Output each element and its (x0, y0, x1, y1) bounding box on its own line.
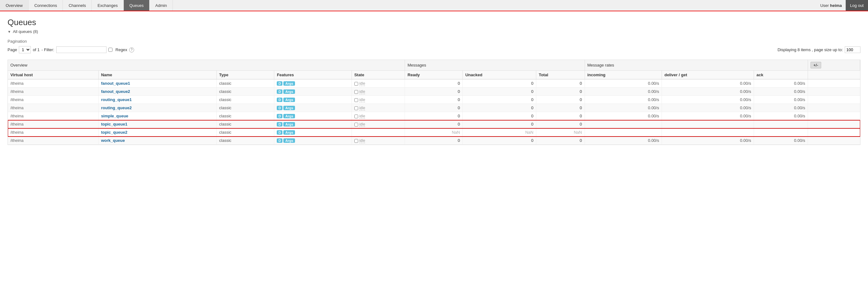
cell-total: 0 (536, 79, 585, 88)
cell-ack: 0.00/s (754, 96, 808, 104)
username: heima (830, 3, 842, 8)
feature-args-badge[interactable]: Args (283, 114, 295, 118)
filter-input[interactable] (56, 46, 106, 53)
cell-state: idle (351, 104, 405, 112)
table-row[interactable]: /itheimasimple_queueclassicDArgsidle0000… (8, 112, 860, 120)
state-checkbox[interactable] (354, 114, 358, 118)
nav-item-admin[interactable]: Admin (150, 0, 173, 11)
feature-d-badge: D (277, 98, 282, 102)
feature-args-badge[interactable]: Args (283, 106, 295, 110)
pagination-section: Pagination Page 1 of 1 - Filter: Regex ?… (7, 39, 861, 53)
cell-ready: NaN (405, 128, 463, 137)
cell-deliver-get: 0.00/s (661, 96, 754, 104)
page-select[interactable]: 1 (19, 46, 31, 53)
cell-ready: 0 (405, 96, 463, 104)
table-row[interactable]: /itheimarouting_queue1classicDArgsidle00… (8, 96, 860, 104)
cell-vhost: /itheima (8, 96, 98, 104)
cell-name[interactable]: fanout_queue1 (98, 79, 216, 88)
cell-type: classic (216, 137, 274, 145)
cell-state: idle (351, 120, 405, 128)
cell-extra (808, 96, 860, 104)
table-row[interactable]: /itheimatopic_queue2classicDArgsNaNNaNNa… (8, 128, 860, 137)
cell-name[interactable]: topic_queue2 (98, 128, 216, 137)
nav-item-exchanges[interactable]: Exchanges (92, 0, 123, 11)
cell-features: DArgs (274, 104, 351, 112)
plus-minus-button[interactable]: +/- (810, 62, 821, 68)
col-name: Name (98, 71, 216, 79)
table-row[interactable]: /itheimawork_queueclassicDArgsidle0000.0… (8, 137, 860, 145)
nav-item-overview[interactable]: Overview (0, 0, 29, 11)
state-label: idle (360, 81, 365, 86)
feature-args-badge[interactable]: Args (283, 122, 295, 127)
feature-args-badge[interactable]: Args (283, 81, 295, 86)
state-label: idle (360, 98, 365, 102)
regex-help-icon[interactable]: ? (129, 47, 134, 53)
cell-incoming: 0.00/s (585, 112, 661, 120)
table-row[interactable]: /itheimafanout_queue1classicDArgsidle000… (8, 79, 860, 88)
cell-unacked: 0 (463, 104, 536, 112)
col-ack: ack (754, 71, 808, 79)
col-extra (808, 71, 860, 79)
cell-features: DArgs (274, 79, 351, 88)
cell-vhost: /itheima (8, 128, 98, 137)
regex-checkbox[interactable] (108, 48, 113, 52)
cell-name[interactable]: topic_queue1 (98, 120, 216, 128)
nav-item-queues[interactable]: Queues (124, 0, 150, 11)
cell-type: classic (216, 79, 274, 88)
queues-table: Overview Messages Message rates +/- Virt… (8, 60, 860, 145)
logout-button[interactable]: Log out (846, 0, 868, 11)
plus-minus-cell: +/- (808, 60, 860, 71)
cell-total: 0 (536, 104, 585, 112)
cell-state: idle (351, 79, 405, 88)
feature-args-badge[interactable]: Args (283, 138, 295, 143)
feature-args-badge[interactable]: Args (283, 98, 295, 102)
feature-d-badge: D (277, 81, 282, 86)
cell-vhost: /itheima (8, 120, 98, 128)
cell-ack (754, 120, 808, 128)
cell-name[interactable]: simple_queue (98, 112, 216, 120)
cell-incoming: 0.00/s (585, 88, 661, 96)
collapse-arrow-icon[interactable]: ▼ (7, 30, 11, 34)
col-features: Features (274, 71, 351, 79)
nav-item-connections[interactable]: Connections (29, 0, 63, 11)
cell-extra (808, 128, 860, 137)
cell-state (351, 128, 405, 137)
cell-deliver-get: 0.00/s (661, 104, 754, 112)
cell-name[interactable]: routing_queue1 (98, 96, 216, 104)
cell-total: 0 (536, 120, 585, 128)
cell-name[interactable]: fanout_queue2 (98, 88, 216, 96)
feature-args-badge[interactable]: Args (283, 90, 295, 94)
cell-deliver-get (661, 120, 754, 128)
table-row[interactable]: /itheimatopic_queue1classicDArgsidle000 (8, 120, 860, 128)
table-row[interactable]: /itheimarouting_queue2classicDArgsidle00… (8, 104, 860, 112)
state-checkbox[interactable] (354, 98, 358, 102)
state-checkbox[interactable] (354, 82, 358, 86)
user-info: User heima (816, 0, 846, 11)
cell-state: idle (351, 88, 405, 96)
cell-extra (808, 137, 860, 145)
page-size-input[interactable] (845, 46, 861, 53)
page-content: Queues ▼ All queues (8) Pagination Page … (0, 11, 868, 151)
pagination-title: Pagination (7, 39, 861, 44)
group-header-row: Overview Messages Message rates +/- (8, 60, 860, 71)
cell-ack: 0.00/s (754, 79, 808, 88)
cell-ready: 0 (405, 112, 463, 120)
cell-type: classic (216, 112, 274, 120)
table-row[interactable]: /itheimafanout_queue2classicDArgsidle000… (8, 88, 860, 96)
filter-label: - Filter: (41, 47, 54, 52)
cell-ack: 0.00/s (754, 137, 808, 145)
cell-name[interactable]: work_queue (98, 137, 216, 145)
cell-incoming: 0.00/s (585, 104, 661, 112)
queues-tbody: /itheimafanout_queue1classicDArgsidle000… (8, 79, 860, 145)
feature-args-badge[interactable]: Args (283, 130, 295, 135)
cell-deliver-get: 0.00/s (661, 112, 754, 120)
cell-vhost: /itheima (8, 112, 98, 120)
state-checkbox[interactable] (354, 139, 358, 143)
state-checkbox[interactable] (354, 106, 358, 110)
cell-name[interactable]: routing_queue2 (98, 104, 216, 112)
state-checkbox[interactable] (354, 90, 358, 94)
col-vhost: Virtual host (8, 71, 98, 79)
of-label: of 1 (33, 47, 39, 52)
state-checkbox[interactable] (354, 123, 358, 127)
nav-item-channels[interactable]: Channels (63, 0, 92, 11)
